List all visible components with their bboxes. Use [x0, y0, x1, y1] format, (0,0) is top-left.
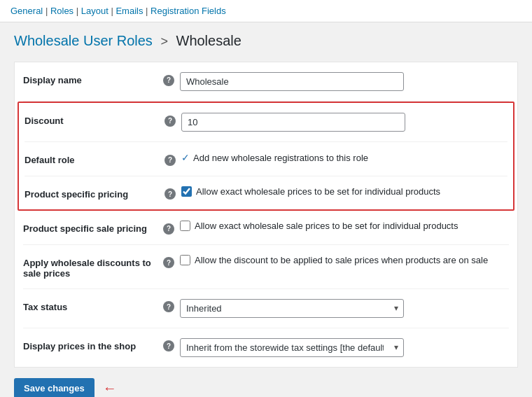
display-name-row: Display name ? [23, 62, 509, 102]
product-specific-sale-pricing-row: Product specific sale pricing ? Allow ex… [23, 211, 509, 245]
display-prices-help[interactable]: ? [163, 338, 180, 352]
display-name-input[interactable] [180, 72, 404, 91]
tax-status-field: Inherited Taxable Shipping only None ▾ [180, 299, 509, 318]
apply-wholesale-discounts-checkbox-row: Allow the discount to be applied to sale… [180, 255, 509, 265]
tax-status-select-wrap: Inherited Taxable Shipping only None ▾ [180, 299, 404, 318]
nav-registration-fields[interactable]: Registration Fields [150, 6, 226, 16]
tax-status-help-icon[interactable]: ? [163, 301, 174, 312]
display-name-field [180, 72, 509, 91]
nav-general[interactable]: General [10, 6, 43, 16]
top-nav: General | Roles | Layout | Emails | Regi… [0, 0, 532, 22]
breadcrumb-parent[interactable]: Wholesale User Roles [14, 33, 153, 48]
discount-input[interactable] [181, 113, 405, 132]
nav-sep-4: | [146, 6, 150, 16]
checkmark-icon: ✓ [181, 152, 190, 163]
page-wrapper: General | Roles | Layout | Emails | Regi… [0, 0, 532, 397]
display-prices-select-wrap: Inherit from the storewide tax settings … [180, 338, 404, 357]
display-prices-label: Display prices in the shop [23, 338, 163, 351]
nav-layout[interactable]: Layout [81, 6, 108, 16]
apply-wholesale-discounts-row: Apply wholesale discounts to sale prices… [23, 245, 509, 289]
display-prices-select[interactable]: Inherit from the storewide tax settings … [180, 338, 404, 357]
product-specific-pricing-label: Product specific pricing [24, 186, 164, 200]
product-specific-pricing-checkbox[interactable] [181, 186, 192, 197]
display-name-label: Display name [23, 72, 163, 85]
default-role-field: ✓ Add new wholesale registrations to thi… [181, 152, 507, 163]
display-prices-row: Display prices in the shop ? Inherit fro… [23, 328, 509, 367]
discount-label: Discount [24, 113, 164, 126]
breadcrumb: Wholesale User Roles > Wholesale [14, 33, 518, 49]
nav-sep-1: | [46, 6, 50, 16]
apply-wholesale-discounts-checkbox[interactable] [180, 255, 190, 265]
apply-wholesale-discounts-help-icon[interactable]: ? [163, 257, 174, 268]
product-specific-pricing-help[interactable]: ? [164, 186, 181, 200]
product-specific-pricing-row: Product specific pricing ? Allow exact w… [24, 176, 507, 210]
save-arrow-indicator: ← [103, 380, 117, 396]
default-role-checkmark: ✓ Add new wholesale registrations to thi… [181, 152, 507, 163]
highlighted-section: Discount ? Default role ? [18, 102, 514, 211]
discount-row: Discount ? [24, 103, 507, 142]
product-specific-pricing-checkbox-row: Allow exact wholesale prices to be set f… [181, 186, 507, 197]
default-role-help-icon[interactable]: ? [164, 155, 176, 166]
product-specific-sale-pricing-checkbox-row: Allow exact wholesale sale prices to be … [180, 221, 509, 231]
breadcrumb-current: Wholesale [176, 33, 241, 48]
nav-sep-2: | [76, 6, 81, 16]
discount-help-icon[interactable]: ? [164, 116, 176, 127]
apply-wholesale-discounts-label: Apply wholesale discounts to sale prices [23, 255, 163, 279]
form-container: Display name ? Discount ? [14, 62, 518, 368]
product-specific-sale-pricing-field: Allow exact wholesale sale prices to be … [180, 221, 509, 231]
product-specific-sale-pricing-help[interactable]: ? [163, 221, 180, 235]
display-name-help-icon[interactable]: ? [163, 75, 174, 86]
product-specific-sale-pricing-text: Allow exact wholesale sale prices to be … [195, 221, 458, 231]
display-prices-field: Inherit from the storewide tax settings … [180, 338, 509, 357]
default-role-label: Default role [24, 152, 164, 165]
nav-emails[interactable]: Emails [115, 6, 143, 16]
default-role-help[interactable]: ? [164, 152, 181, 166]
default-role-row: Default role ? ✓ Add new wholesale regis… [24, 142, 507, 176]
tax-status-label: Tax status [23, 299, 163, 312]
product-specific-pricing-text: Allow exact wholesale prices to be set f… [196, 186, 440, 197]
product-specific-sale-pricing-checkbox[interactable] [180, 221, 190, 231]
apply-wholesale-discounts-field: Allow the discount to be applied to sale… [180, 255, 509, 265]
discount-field [181, 113, 507, 132]
discount-help[interactable]: ? [164, 113, 181, 127]
apply-wholesale-discounts-text: Allow the discount to be applied to sale… [195, 255, 488, 265]
product-specific-sale-pricing-help-icon[interactable]: ? [163, 223, 174, 235]
breadcrumb-separator: > [160, 34, 168, 48]
nav-roles[interactable]: Roles [50, 6, 74, 16]
save-section: Save changes ← [14, 368, 518, 398]
product-specific-sale-pricing-label: Product specific sale pricing [23, 221, 163, 234]
default-role-text: Add new wholesale registrations to this … [193, 153, 368, 163]
tax-status-select[interactable]: Inherited Taxable Shipping only None [180, 299, 404, 318]
display-name-help[interactable]: ? [163, 72, 180, 86]
content-area: Wholesale User Roles > Wholesale Display… [0, 22, 532, 397]
product-specific-pricing-help-icon[interactable]: ? [164, 188, 176, 200]
product-specific-pricing-field: Allow exact wholesale prices to be set f… [181, 186, 507, 197]
apply-wholesale-discounts-help[interactable]: ? [163, 255, 180, 269]
tax-status-row: Tax status ? Inherited Taxable Shipping … [23, 289, 509, 328]
tax-status-help[interactable]: ? [163, 299, 180, 313]
save-button[interactable]: Save changes [14, 378, 94, 398]
display-prices-help-icon[interactable]: ? [163, 340, 174, 351]
